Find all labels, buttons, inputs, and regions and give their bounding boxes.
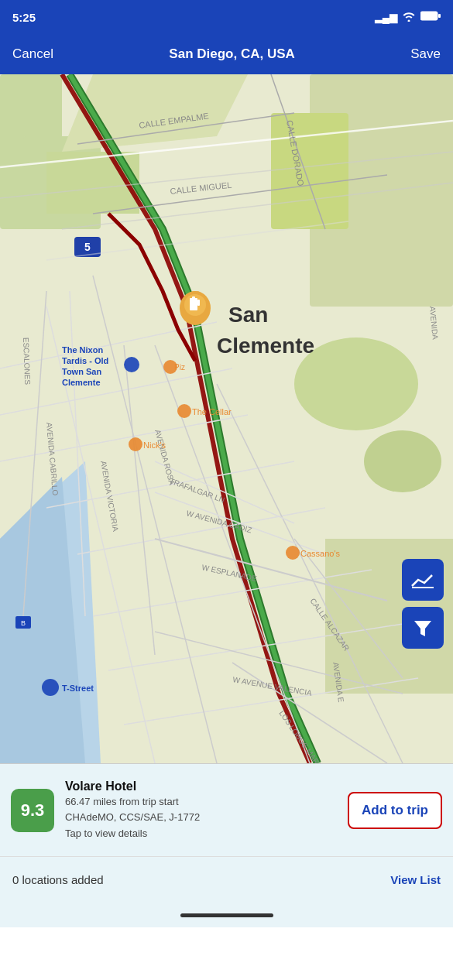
score-badge: 9.3	[11, 789, 54, 832]
svg-text:ESCALONES: ESCALONES	[22, 338, 32, 385]
svg-text:5: 5	[84, 241, 91, 253]
bottom-card: 9.3 Volare Hotel 66.47 miles from trip s…	[0, 763, 453, 856]
svg-point-62	[177, 404, 191, 418]
hotel-tap-hint: Tap to view details	[65, 827, 337, 841]
svg-rect-0	[420, 12, 438, 20]
nav-title: San Diego, CA, USA	[169, 46, 294, 62]
filter-icon	[411, 616, 434, 639]
svg-point-66	[286, 546, 300, 560]
add-to-trip-button[interactable]: Add to trip	[348, 792, 442, 829]
home-indicator	[0, 903, 453, 927]
signal-icon: ▂▄▆	[375, 12, 397, 23]
svg-text:Clemente: Clemente	[62, 378, 101, 387]
svg-rect-78	[197, 300, 200, 306]
svg-rect-76	[190, 298, 197, 310]
svg-rect-6	[271, 113, 348, 229]
hotel-info[interactable]: Volare Hotel 66.47 miles from trip start…	[65, 780, 337, 841]
hotel-codes: CHAdeMO, CCS/SAE, J-1772	[65, 810, 337, 824]
nav-bar: Cancel San Diego, CA, USA Save	[0, 34, 453, 74]
chart-button[interactable]	[402, 559, 444, 601]
svg-text:Tardis - Old: Tardis - Old	[62, 356, 108, 365]
hotel-name: Volare Hotel	[65, 780, 337, 793]
svg-point-55	[124, 357, 139, 372]
svg-point-9	[364, 430, 441, 492]
map-area[interactable]: 5	[0, 74, 453, 763]
svg-text:Nick's: Nick's	[143, 440, 166, 450]
svg-text:Cassano's: Cassano's	[300, 549, 341, 558]
svg-rect-1	[438, 14, 441, 18]
home-bar	[180, 913, 273, 917]
svg-text:Town San: Town San	[62, 367, 101, 376]
status-icons: ▂▄▆	[375, 11, 441, 24]
map-svg: 5	[0, 74, 453, 763]
wifi-icon	[402, 11, 416, 24]
svg-rect-77	[192, 296, 195, 300]
svg-text:Piz: Piz	[174, 363, 185, 372]
svg-point-64	[129, 437, 142, 451]
cancel-button[interactable]: Cancel	[12, 46, 53, 62]
chart-icon	[410, 569, 435, 591]
svg-text:B: B	[21, 619, 26, 627]
battery-icon	[420, 11, 441, 23]
svg-text:T-Street: T-Street	[62, 684, 94, 693]
save-button[interactable]: Save	[410, 46, 441, 62]
svg-text:The Nixon: The Nixon	[62, 345, 103, 355]
hotel-distance: 66.47 miles from trip start	[65, 795, 337, 809]
svg-text:San: San	[228, 303, 268, 327]
status-time: 5:25	[12, 11, 36, 24]
bottom-status-bar: 0 locations added View List	[0, 856, 453, 903]
svg-text:Clemente: Clemente	[217, 334, 314, 358]
view-list-button[interactable]: View List	[390, 873, 441, 886]
svg-point-68	[42, 679, 59, 696]
svg-text:The Cellar: The Cellar	[192, 407, 232, 416]
filter-button[interactable]	[402, 607, 444, 649]
locations-count: 0 locations added	[12, 873, 104, 886]
status-bar: 5:25 ▂▄▆	[0, 0, 453, 34]
